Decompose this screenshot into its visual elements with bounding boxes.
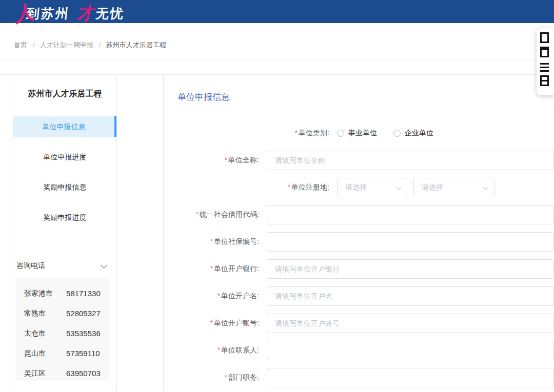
form-row-unit-full-name: *单位全称: bbox=[164, 151, 554, 170]
phone-city: 张家港市 bbox=[24, 289, 66, 298]
required-asterisk: * bbox=[295, 129, 298, 137]
radio-circle-icon[interactable] bbox=[393, 130, 401, 137]
field-label: *单位开户银行: bbox=[164, 264, 263, 274]
form-row-account-name: *单位开户名: bbox=[164, 286, 554, 306]
radio-label: 事业单位 bbox=[348, 129, 377, 138]
phone-row: 吴江区 63950703 bbox=[16, 363, 109, 383]
field-label: *单位开户名: bbox=[164, 292, 263, 301]
required-asterisk: * bbox=[196, 210, 199, 218]
radio-institution[interactable]: 事业单位 bbox=[337, 129, 377, 138]
chevron-down-icon bbox=[101, 262, 107, 269]
sidebar-item-unit-declare-progress[interactable]: 单位申报进度 bbox=[13, 147, 116, 167]
form-row-credit-code: *统一社会信用代码: bbox=[164, 205, 554, 224]
content-top-divider bbox=[0, 60, 554, 75]
register-district-select[interactable]: 请选择 bbox=[413, 178, 494, 197]
required-asterisk: * bbox=[288, 183, 290, 191]
form-row-contact-person: *单位联系人: bbox=[164, 341, 554, 360]
form-row-social-security-no: *单位社保编号: bbox=[164, 232, 554, 252]
department-position-input[interactable] bbox=[267, 368, 554, 387]
bank-name-input[interactable] bbox=[267, 259, 554, 279]
required-asterisk: * bbox=[217, 346, 220, 354]
sidebar-item-reward-declare-progress[interactable]: 奖励申报进度 bbox=[13, 207, 116, 228]
floating-side-widget[interactable] bbox=[537, 28, 554, 95]
consult-phone-toggle[interactable]: 咨询电话 bbox=[13, 260, 116, 272]
required-asterisk: * bbox=[210, 319, 213, 327]
phone-number: 57359110 bbox=[66, 349, 100, 358]
social-security-no-input[interactable] bbox=[267, 232, 554, 252]
required-asterisk: * bbox=[210, 264, 213, 273]
radio-circle-icon[interactable] bbox=[337, 130, 344, 137]
phone-number: 58171330 bbox=[66, 289, 101, 298]
field-label: *单位类别: bbox=[164, 129, 333, 138]
phone-number: 63950703 bbox=[66, 369, 101, 378]
field-label: *单位全称: bbox=[164, 156, 263, 165]
breadcrumb-separator: / bbox=[33, 41, 35, 49]
qr-code-icon bbox=[540, 75, 549, 86]
form-row-department-position: *部门职务: bbox=[164, 368, 554, 387]
form-row-unit-type: *单位类别: 事业单位 企业单位 bbox=[164, 123, 554, 143]
consult-phone-label: 咨询电话 bbox=[16, 261, 45, 271]
form-row-bank-name: *单位开户银行: bbox=[164, 259, 554, 279]
unit-type-radio-group: 事业单位 企业单位 bbox=[337, 129, 450, 138]
page: 人 到苏州 才 无忧 首页 / 人才计划一网申报 / 苏州市人才乐居工程 苏州市… bbox=[0, 0, 554, 392]
logo-ren-glyph: 人 bbox=[15, 0, 34, 28]
unit-full-name-input[interactable] bbox=[267, 151, 554, 170]
field-label: *统一社会信用代码: bbox=[164, 210, 263, 219]
field-label: *单位开户账号: bbox=[164, 319, 263, 328]
sidebar: 苏州市人才乐居工程 单位申报信息 单位申报进度 奖励申报信息 奖励申报进度 咨询… bbox=[13, 75, 117, 391]
unit-declare-form: *单位类别: 事业单位 企业单位 bbox=[164, 111, 554, 387]
phone-number: 53535536 bbox=[66, 329, 101, 338]
sidebar-item-unit-declare-info[interactable]: 单位申报信息 bbox=[13, 116, 116, 137]
account-name-input[interactable] bbox=[267, 286, 554, 306]
select-placeholder: 请选择 bbox=[345, 183, 367, 192]
sidebar-title: 苏州市人才乐居工程 bbox=[13, 75, 116, 99]
contact-person-input[interactable] bbox=[267, 341, 554, 360]
site-logo[interactable]: 人 到苏州 才 无忧 bbox=[15, 0, 125, 25]
breadcrumb-home-link[interactable]: 首页 bbox=[14, 41, 27, 49]
main-panel: 单位申报信息 *单位类别: 事业单位 企业单位 bbox=[163, 75, 554, 391]
account-number-input[interactable] bbox=[267, 314, 554, 333]
breadcrumb-separator: / bbox=[99, 41, 101, 49]
breadcrumb-current: 苏州市人才乐居工程 bbox=[106, 41, 166, 49]
phone-row: 太仓市 53535536 bbox=[16, 323, 109, 343]
logo-text-2: 无忧 bbox=[95, 5, 125, 22]
register-city-select[interactable]: 请选择 bbox=[337, 178, 407, 197]
sidebar-item-reward-declare-info[interactable]: 奖励申报信息 bbox=[13, 177, 116, 197]
required-asterisk: * bbox=[225, 373, 227, 381]
field-label: *单位社保编号: bbox=[164, 237, 263, 246]
required-asterisk: * bbox=[217, 292, 220, 300]
qr-code-icon bbox=[540, 32, 549, 43]
field-label: *单位注册地: bbox=[164, 183, 333, 192]
breadcrumb-plan-link[interactable]: 人才计划一网申报 bbox=[40, 41, 93, 49]
chevron-down-icon bbox=[483, 184, 488, 190]
form-row-unit-register-place: *单位注册地: 请选择 请选择 bbox=[164, 178, 554, 197]
credit-code-input[interactable] bbox=[267, 205, 554, 224]
content-area: 苏州市人才乐居工程 单位申报信息 单位申报进度 奖励申报信息 奖励申报进度 咨询… bbox=[0, 75, 554, 391]
select-placeholder: 请选择 bbox=[422, 183, 443, 192]
page-title: 单位申报信息 bbox=[177, 91, 554, 103]
logo-cai-glyph: 才 bbox=[76, 2, 97, 25]
breadcrumb: 首页 / 人才计划一网申报 / 苏州市人才乐居工程 bbox=[14, 40, 166, 50]
phone-number: 52805327 bbox=[66, 309, 101, 318]
top-header-bar: 人 到苏州 才 无忧 bbox=[0, 0, 554, 23]
required-asterisk: * bbox=[210, 237, 213, 245]
qr-code-icon bbox=[540, 61, 549, 72]
phone-row: 常熟市 52805327 bbox=[16, 303, 109, 323]
phone-city: 太仓市 bbox=[24, 329, 66, 338]
phone-city: 吴江区 bbox=[24, 369, 66, 378]
radio-label: 企业单位 bbox=[405, 129, 433, 138]
chevron-down-icon bbox=[395, 184, 401, 190]
qr-code-icon bbox=[540, 47, 549, 57]
sidebar-nav: 单位申报信息 单位申报进度 奖励申报信息 奖励申报进度 bbox=[13, 116, 116, 228]
phone-city: 常熟市 bbox=[24, 309, 66, 318]
phone-row: 张家港市 58171330 bbox=[16, 283, 109, 303]
radio-enterprise[interactable]: 企业单位 bbox=[393, 129, 433, 138]
phone-row: 昆山市 57359110 bbox=[16, 343, 109, 363]
phone-city: 昆山市 bbox=[24, 349, 66, 358]
field-label: *单位联系人: bbox=[164, 346, 263, 355]
form-row-account-number: *单位开户账号: bbox=[164, 314, 554, 333]
breadcrumb-bar: 首页 / 人才计划一网申报 / 苏州市人才乐居工程 bbox=[0, 23, 554, 60]
required-asterisk: * bbox=[225, 156, 227, 164]
field-label: *部门职务: bbox=[164, 373, 263, 382]
consult-phone-list: 张家港市 58171330 常熟市 52805327 太仓市 53535536 … bbox=[16, 278, 109, 381]
